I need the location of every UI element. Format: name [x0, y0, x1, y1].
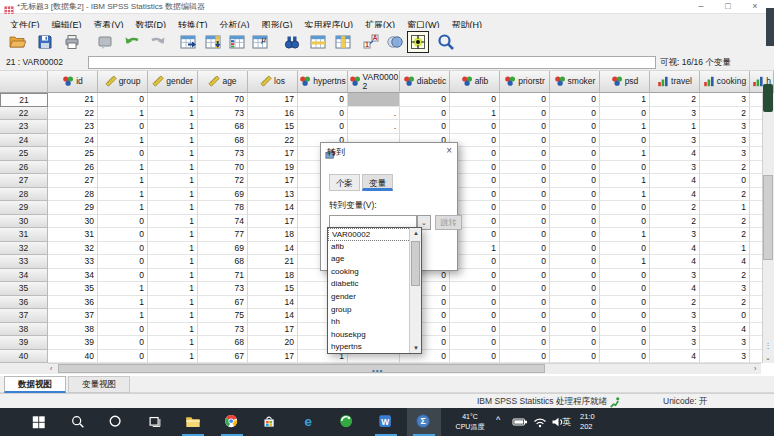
cell-travel-30[interactable]: 2 [650, 215, 700, 229]
cell-id-31[interactable]: 31 [48, 228, 98, 242]
chrome-button[interactable] [215, 408, 249, 436]
cell-travel-22[interactable]: 3 [650, 107, 700, 121]
save-icon[interactable] [34, 31, 56, 53]
cell-id-30[interactable]: 30 [48, 215, 98, 229]
cell-id-38[interactable]: 38 [48, 323, 98, 337]
cell-cooking-35[interactable]: 3 [700, 282, 750, 296]
recall-dialogs-icon[interactable] [94, 31, 116, 53]
cell-los-39[interactable]: 20 [248, 336, 298, 350]
goto-variable-icon[interactable] [202, 31, 224, 53]
open-data-icon[interactable] [6, 31, 28, 53]
cell-cooking-34[interactable]: 2 [700, 269, 750, 283]
vertical-scrollbar-top-cap[interactable] [763, 84, 773, 112]
variable-list-item-gender[interactable]: gender [328, 291, 421, 304]
cell-psd-29[interactable]: 0 [600, 201, 650, 215]
cell-gender-31[interactable]: 1 [148, 228, 198, 242]
cell-priorstr-36[interactable]: 0 [500, 296, 550, 310]
cell-cooking-26[interactable]: 2 [700, 161, 750, 175]
cell-smoker-37[interactable]: 0 [550, 309, 600, 323]
input-language-indicator[interactable]: 英 [562, 416, 571, 429]
scroll-down-arrow-icon[interactable]: ⌄ [765, 352, 771, 363]
cell-id-40[interactable]: 40 [48, 350, 98, 364]
variables-icon[interactable] [226, 31, 248, 53]
cell-age-24[interactable]: 68 [198, 134, 248, 148]
cell-psd-22[interactable]: 0 [600, 107, 650, 121]
column-header-psd[interactable]: psd [600, 71, 650, 93]
insert-variable-icon[interactable] [332, 31, 354, 53]
cell-gender-28[interactable]: 1 [148, 188, 198, 202]
cell-age-37[interactable]: 75 [198, 309, 248, 323]
horizontal-scrollbar-thumb[interactable] [58, 364, 545, 373]
cell-priorstr-35[interactable]: 0 [500, 282, 550, 296]
cell-diabetic-21[interactable]: 0 [400, 93, 450, 107]
cell-age-28[interactable]: 69 [198, 188, 248, 202]
cell-afib-21[interactable]: 0 [450, 93, 500, 107]
cell-cooking-32[interactable]: 1 [700, 242, 750, 256]
cell-gender-35[interactable]: 1 [148, 282, 198, 296]
cell-cooking-39[interactable]: 3 [700, 336, 750, 350]
cell-afib-38[interactable]: 0 [450, 323, 500, 337]
cell-age-30[interactable]: 74 [198, 215, 248, 229]
cell-psd-27[interactable]: 1 [600, 174, 650, 188]
redo-icon[interactable] [147, 31, 169, 53]
row-number-36[interactable]: 36 [0, 296, 48, 310]
cell-cooking-29[interactable]: 1 [700, 201, 750, 215]
cell-gender-36[interactable]: 1 [148, 296, 198, 310]
cell-age-31[interactable]: 77 [198, 228, 248, 242]
cell-id-34[interactable]: 34 [48, 269, 98, 283]
goto-case-icon[interactable] [177, 31, 199, 53]
cell-smoker-39[interactable]: 0 [550, 336, 600, 350]
cell-gender-38[interactable]: 1 [148, 323, 198, 337]
row-number-37[interactable]: 37 [0, 309, 48, 323]
cell-psd-39[interactable]: 0 [600, 336, 650, 350]
column-header-los[interactable]: los [248, 71, 298, 93]
cell-gender-29[interactable]: 1 [148, 201, 198, 215]
cell-afib-22[interactable]: 1 [450, 107, 500, 121]
cell-psd-35[interactable]: 0 [600, 282, 650, 296]
cell-age-40[interactable]: 67 [198, 350, 248, 364]
cell-hypertns-22[interactable]: 0 [298, 107, 348, 121]
find-icon[interactable] [281, 31, 303, 53]
cell-smoker-33[interactable]: 0 [550, 255, 600, 269]
cell-group-29[interactable]: 1 [98, 201, 148, 215]
column-header-gender[interactable]: gender [148, 71, 198, 93]
tab-data-view[interactable]: 数据视图 [4, 376, 66, 393]
cell-group-32[interactable]: 0 [98, 242, 148, 256]
variable-list-item-age[interactable]: age [328, 253, 421, 266]
row-number-39[interactable]: 39 [0, 336, 48, 350]
cell-smoker-40[interactable]: 0 [550, 350, 600, 364]
cell-cooking-22[interactable]: 2 [700, 107, 750, 121]
cell-cooking-24[interactable]: 3 [700, 134, 750, 148]
variable-list-item-cooking[interactable]: cooking [328, 266, 421, 279]
cell-psd-31[interactable]: 1 [600, 228, 650, 242]
cell-age-21[interactable]: 70 [198, 93, 248, 107]
row-number-22[interactable]: 22 [0, 107, 48, 121]
cell-smoker-29[interactable]: 0 [550, 201, 600, 215]
cell-los-40[interactable]: 17 [248, 350, 298, 364]
cell-afib-39[interactable]: 0 [450, 336, 500, 350]
cell-id-37[interactable]: 37 [48, 309, 98, 323]
cell-VAR00002-23[interactable]: . [348, 120, 400, 134]
cell-gender-37[interactable]: 1 [148, 309, 198, 323]
goto-dialog-close-icon[interactable]: × [446, 145, 452, 156]
variable-list-item-hh[interactable]: hh [328, 316, 421, 329]
cell-id-36[interactable]: 36 [48, 296, 98, 310]
cell-age-29[interactable]: 78 [198, 201, 248, 215]
cell-id-35[interactable]: 35 [48, 282, 98, 296]
cell-id-26[interactable]: 26 [48, 161, 98, 175]
cell-travel-32[interactable]: 4 [650, 242, 700, 256]
row-number-26[interactable]: 26 [0, 161, 48, 175]
cell-travel-26[interactable]: 3 [650, 161, 700, 175]
row-number-32[interactable]: 32 [0, 242, 48, 256]
descriptives-icon[interactable]: μ [249, 31, 271, 53]
cell-gender-26[interactable]: 1 [148, 161, 198, 175]
insert-cases-icon[interactable] [307, 31, 329, 53]
cell-priorstr-31[interactable]: 0 [500, 228, 550, 242]
file-explorer-button[interactable] [176, 408, 210, 436]
row-number-21[interactable]: 21 [0, 93, 48, 107]
cell-editor-input[interactable] [88, 56, 656, 69]
cell-VAR00002-21[interactable] [348, 93, 400, 107]
cell-id-39[interactable]: 39 [48, 336, 98, 350]
variable-list-item-diabetic[interactable]: diabetic [328, 278, 421, 291]
cell-cooking-36[interactable]: 2 [700, 296, 750, 310]
